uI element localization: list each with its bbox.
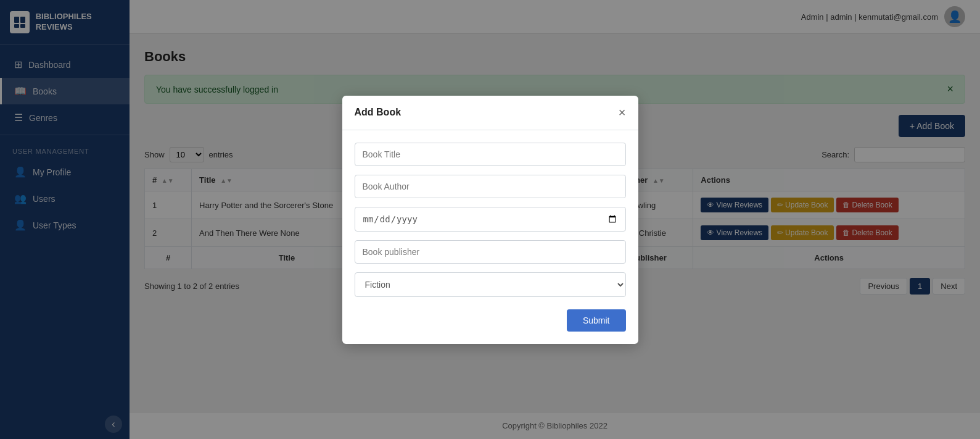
modal-overlay[interactable]: Add Book × Fiction Drama Mystery Non-Fic… [0, 0, 980, 439]
modal-footer: Submit [342, 303, 638, 344]
book-title-input[interactable] [355, 143, 626, 166]
book-publisher-input[interactable] [355, 240, 626, 264]
modal-body: Fiction Drama Mystery Non-Fiction Sci-Fi [342, 130, 638, 303]
modal-header: Add Book × [342, 96, 638, 130]
submit-button[interactable]: Submit [567, 309, 626, 332]
book-genre-select[interactable]: Fiction Drama Mystery Non-Fiction Sci-Fi [355, 272, 626, 297]
add-book-modal: Add Book × Fiction Drama Mystery Non-Fic… [342, 96, 638, 344]
book-date-input[interactable] [355, 207, 626, 232]
modal-close-button[interactable]: × [619, 106, 626, 120]
book-author-input[interactable] [355, 175, 626, 198]
modal-title: Add Book [355, 107, 401, 118]
